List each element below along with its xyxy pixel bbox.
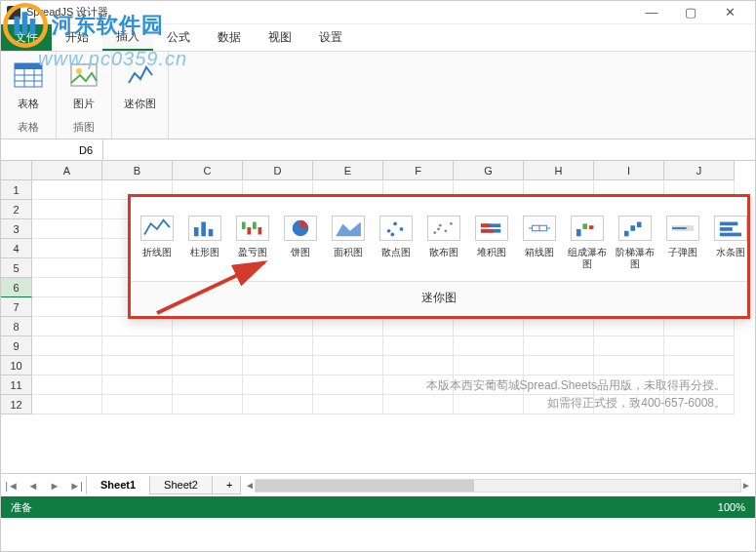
cell[interactable] (383, 375, 454, 395)
picture-button[interactable]: 图片 (68, 56, 99, 111)
cell[interactable] (243, 317, 313, 336)
select-all-corner[interactable] (1, 161, 32, 180)
cell[interactable] (383, 395, 454, 414)
cell[interactable] (243, 375, 313, 395)
row-header[interactable]: 8 (1, 317, 32, 336)
cell[interactable] (102, 395, 173, 414)
tab-nav-next[interactable]: ► (44, 475, 65, 496)
cell[interactable] (594, 395, 664, 414)
cell[interactable] (524, 356, 594, 375)
scroll-left-icon[interactable]: ◄ (245, 480, 255, 491)
maximize-button[interactable]: ▢ (671, 2, 710, 23)
col-header[interactable]: G (454, 161, 524, 180)
cell[interactable] (524, 375, 594, 395)
tab-nav-first[interactable]: |◄ (1, 475, 22, 496)
cell[interactable] (243, 336, 313, 356)
tab-settings[interactable]: 设置 (305, 24, 356, 51)
file-tab[interactable]: 文件 (1, 24, 52, 51)
cell[interactable] (102, 336, 173, 356)
sheet-tab-2[interactable]: Sheet2 (149, 476, 213, 494)
cell[interactable] (32, 219, 102, 239)
row-header[interactable]: 4 (1, 239, 32, 258)
cell[interactable] (454, 317, 524, 336)
col-header[interactable]: F (383, 161, 454, 180)
cell[interactable] (594, 356, 664, 375)
chart-type-pie-chart[interactable]: 饼图 (276, 212, 324, 270)
col-header[interactable]: E (313, 161, 383, 180)
scroll-track[interactable] (255, 479, 741, 493)
table-button[interactable]: 表格 (13, 56, 44, 111)
cell[interactable] (594, 317, 664, 336)
row-header[interactable]: 3 (1, 219, 32, 239)
col-header[interactable]: A (32, 161, 102, 180)
row-header[interactable]: 9 (1, 336, 32, 356)
row-header[interactable]: 11 (1, 375, 32, 395)
row-header[interactable]: 5 (1, 258, 32, 278)
col-header[interactable]: H (524, 161, 594, 180)
chart-type-scatter-chart[interactable]: 散点图 (372, 212, 419, 270)
chart-type-winloss-chart[interactable]: 盈亏图 (228, 212, 276, 270)
tab-nav-prev[interactable]: ◄ (22, 475, 44, 496)
cell[interactable] (32, 200, 102, 219)
chart-type-hbar-chart[interactable]: 水条图 (706, 212, 754, 270)
cell[interactable] (454, 375, 524, 395)
tab-nav-last[interactable]: ►| (65, 475, 87, 496)
cell[interactable] (173, 395, 243, 414)
cell[interactable] (313, 395, 383, 414)
cell[interactable] (313, 336, 383, 356)
cell[interactable] (664, 395, 735, 414)
tab-data[interactable]: 数据 (204, 24, 255, 51)
sparkline-button[interactable]: 迷你图 (124, 56, 156, 111)
cell[interactable] (173, 375, 243, 395)
cell[interactable] (383, 356, 454, 375)
cell[interactable] (102, 317, 173, 336)
cell[interactable] (454, 356, 524, 375)
name-box[interactable]: D6 (1, 139, 103, 160)
cell[interactable] (32, 239, 102, 258)
row-header[interactable]: 10 (1, 356, 32, 375)
zoom-level[interactable]: 100% (718, 501, 745, 513)
cell[interactable] (102, 356, 173, 375)
horizontal-scrollbar[interactable]: ◄ ► (241, 479, 755, 493)
cell[interactable] (243, 395, 313, 414)
tab-formula[interactable]: 公式 (153, 24, 204, 51)
cell[interactable] (173, 356, 243, 375)
cell[interactable] (524, 395, 594, 414)
chart-type-spread-chart[interactable]: 散布图 (419, 212, 467, 270)
sheet-tab-add[interactable]: + (212, 476, 241, 494)
cell[interactable] (32, 356, 102, 375)
chart-type-stacked-chart[interactable]: 堆积图 (467, 212, 515, 270)
col-header[interactable]: J (664, 161, 735, 180)
row-header[interactable]: 1 (1, 180, 32, 200)
cell[interactable] (383, 317, 454, 336)
col-header[interactable]: B (102, 161, 173, 180)
cell[interactable] (173, 336, 243, 356)
cell[interactable] (32, 180, 102, 200)
cell[interactable] (313, 317, 383, 336)
chart-type-area-chart[interactable]: 面积图 (324, 212, 372, 270)
cell[interactable] (173, 317, 243, 336)
cell[interactable] (32, 395, 102, 414)
col-header[interactable]: C (173, 161, 243, 180)
cell[interactable] (313, 375, 383, 395)
cell[interactable] (664, 356, 735, 375)
chart-type-line-chart[interactable]: 折线图 (133, 212, 180, 270)
chart-type-bar-chart[interactable]: 柱形图 (180, 212, 228, 270)
tab-insert[interactable]: 插入 (102, 24, 153, 51)
cell[interactable] (524, 336, 594, 356)
cell[interactable] (32, 336, 102, 356)
cell[interactable] (32, 278, 102, 297)
col-header[interactable]: D (243, 161, 313, 180)
col-header[interactable]: I (594, 161, 664, 180)
cell[interactable] (524, 317, 594, 336)
row-header[interactable]: 6 (1, 278, 32, 297)
cell[interactable] (313, 356, 383, 375)
cell[interactable] (383, 336, 454, 356)
scroll-thumb[interactable] (256, 480, 474, 492)
chart-type-waterfall-chart[interactable]: 组成瀑布图 (563, 212, 611, 270)
chart-type-step-waterfall[interactable]: 阶梯瀑布图 (611, 212, 658, 270)
cell[interactable] (102, 375, 173, 395)
cell[interactable] (594, 375, 664, 395)
cell[interactable] (243, 356, 313, 375)
row-header[interactable]: 7 (1, 297, 32, 317)
